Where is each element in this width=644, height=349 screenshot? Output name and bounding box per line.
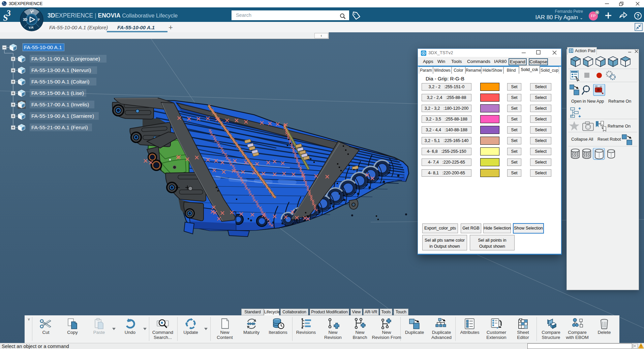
svg-text:3D: 3D [23,18,27,22]
svg-text:V.R: V.R [29,26,34,29]
svg-text:i²: i² [38,18,40,22]
